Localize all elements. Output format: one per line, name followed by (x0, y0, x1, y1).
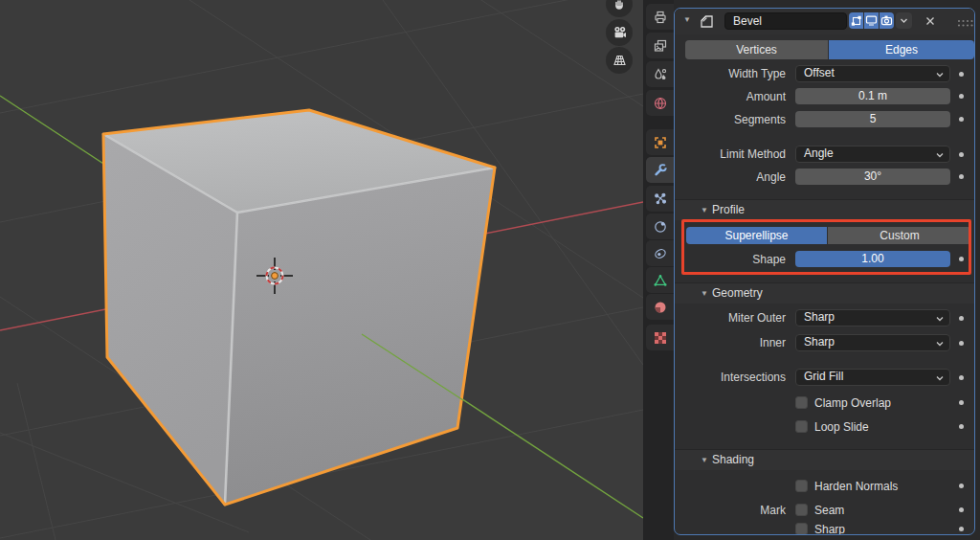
shape-slider[interactable]: 1.00 (795, 251, 950, 267)
animate-dot[interactable] (959, 507, 964, 512)
grid-floor-gizmo[interactable] (606, 47, 633, 74)
camera-view-gizmo[interactable] (606, 19, 633, 46)
tab-material-properties[interactable] (646, 294, 674, 320)
miter-inner-label: Inner (675, 334, 786, 351)
tab-world-properties[interactable] (646, 90, 674, 116)
collapse-panel-icon[interactable]: ▼ (683, 15, 691, 24)
mark-label: Mark (675, 502, 786, 519)
tab-particle-properties[interactable] (646, 186, 674, 212)
segments-label: Segments (675, 111, 786, 128)
edit-mode-icon (851, 15, 862, 27)
tab-view-layer-properties[interactable] (646, 33, 674, 58)
animate-dot[interactable] (959, 117, 964, 122)
angle-label: Angle (675, 169, 786, 186)
remove-modifier-button[interactable] (924, 14, 937, 28)
clamp-icon (653, 246, 668, 261)
blender-window: ▼ Bevel (0, 0, 980, 540)
geometry-section-header[interactable]: ▼ Geometry (675, 282, 974, 304)
width-type-label: Width Type (675, 65, 786, 82)
realtime-display-toggle[interactable] (864, 12, 879, 29)
movie-camera-icon (612, 26, 627, 39)
chevron-down-icon (935, 373, 945, 383)
tab-physics-properties[interactable] (646, 214, 674, 239)
tab-object-properties[interactable] (646, 129, 674, 155)
tab-scene-properties[interactable] (646, 61, 674, 87)
bevel-modifier-icon (698, 12, 715, 30)
tab-modifier-properties[interactable] (646, 157, 674, 183)
tab-object-data-properties[interactable] (646, 267, 674, 293)
chevron-down-icon (935, 150, 945, 160)
bevel-modifier-panel: ▼ Bevel (674, 8, 975, 535)
mark-sharp-checkbox[interactable] (795, 523, 808, 535)
animate-dot[interactable] (959, 316, 964, 321)
globe-icon (653, 96, 668, 111)
render-display-toggle[interactable] (880, 12, 894, 29)
edit-mode-display-toggle[interactable] (849, 12, 863, 29)
animate-dot[interactable] (959, 424, 964, 429)
loop-slide-row: Loop Slide (795, 418, 950, 435)
intersections-dropdown[interactable]: Grid Fill (795, 369, 950, 386)
mark-sharp-row: Sharp (795, 521, 950, 535)
limit-method-label: Limit Method (675, 146, 786, 163)
profile-section-title: Profile (712, 200, 745, 220)
loop-slide-label: Loop Slide (814, 418, 869, 436)
drag-handle-icon[interactable] (957, 18, 974, 28)
orange-brackets-icon (653, 135, 668, 150)
modifier-name-input[interactable]: Bevel (724, 12, 847, 30)
3d-viewport[interactable] (0, 0, 643, 540)
animate-dot[interactable] (959, 94, 964, 99)
mark-seam-label: Seam (814, 502, 844, 519)
animate-dot[interactable] (959, 174, 964, 179)
animate-dot[interactable] (959, 257, 964, 261)
image-stack-icon (653, 38, 668, 54)
grid-icon (612, 54, 627, 67)
harden-normals-checkbox[interactable] (795, 480, 808, 492)
intersections-label: Intersections (675, 369, 786, 386)
modifier-extras-button[interactable] (896, 12, 912, 29)
animate-dot[interactable] (959, 400, 964, 405)
amount-label: Amount (675, 88, 786, 105)
render-camera-icon (880, 14, 893, 27)
harden-normals-label: Harden Normals (814, 478, 898, 495)
collapse-section-icon: ▼ (701, 200, 708, 220)
limit-method-dropdown[interactable]: Angle (795, 146, 950, 163)
affect-edges-button[interactable]: Edges (829, 40, 974, 59)
affect-segmented-control: Vertices Edges (685, 40, 974, 59)
miter-outer-dropdown[interactable]: Sharp (795, 309, 950, 326)
animate-dot[interactable] (959, 341, 964, 346)
printer-icon (653, 10, 668, 25)
loop-slide-checkbox[interactable] (795, 420, 808, 433)
width-type-dropdown[interactable]: Offset (795, 65, 950, 82)
affect-vertices-button[interactable]: Vertices (685, 40, 828, 59)
animate-dot[interactable] (959, 484, 964, 488)
collapse-section-icon: ▼ (701, 450, 708, 470)
particle-nodes-icon (653, 191, 668, 207)
orbit-icon (653, 219, 668, 235)
tab-output-properties[interactable] (646, 4, 674, 30)
profile-custom-button[interactable]: Custom (828, 227, 971, 244)
profile-section-header[interactable]: ▼ Profile (675, 199, 974, 220)
mark-seam-checkbox[interactable] (795, 504, 808, 516)
tab-constraint-properties[interactable] (646, 240, 674, 266)
animate-dot[interactable] (959, 375, 964, 380)
modifier-header: ▼ Bevel (675, 9, 974, 34)
clamp-overlap-checkbox[interactable] (795, 396, 808, 409)
chevron-down-icon (899, 15, 909, 26)
shading-section-title: Shading (712, 450, 754, 470)
miter-inner-dropdown[interactable]: Sharp (795, 334, 950, 351)
amount-field[interactable]: 0.1 m (795, 88, 950, 104)
angle-field[interactable]: 30° (795, 169, 950, 185)
viewport-scene (0, 0, 643, 540)
animate-dot[interactable] (959, 527, 964, 531)
properties-tab-strip (643, 0, 674, 540)
chevron-down-icon (935, 70, 945, 79)
profile-type-segmented-control: Superellipse Custom (686, 227, 971, 244)
shading-section-header[interactable]: ▼ Shading (675, 449, 974, 470)
tab-texture-properties[interactable] (646, 325, 674, 350)
animate-dot[interactable] (959, 72, 964, 77)
cube-object[interactable] (103, 110, 495, 505)
animate-dot[interactable] (959, 152, 964, 157)
segments-field[interactable]: 5 (795, 111, 950, 127)
properties-editor: ▼ Bevel (674, 0, 980, 540)
profile-superellipse-button[interactable]: Superellipse (686, 227, 827, 244)
